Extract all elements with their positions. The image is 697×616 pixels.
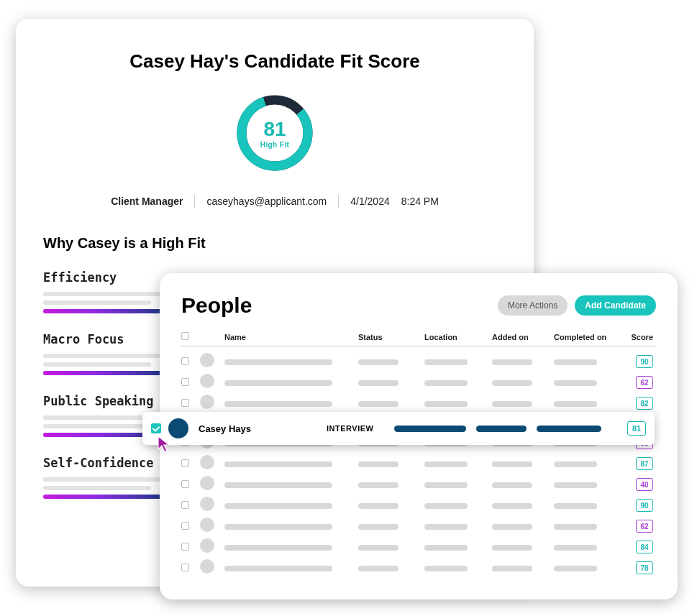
placeholder-bar — [358, 359, 398, 365]
placeholder-bar — [492, 545, 532, 551]
col-location[interactable]: Location — [424, 333, 492, 341]
placeholder-bar — [424, 401, 468, 407]
placeholder-bar — [554, 503, 597, 509]
avatar — [200, 395, 214, 409]
placeholder-bar — [394, 426, 466, 432]
placeholder-bar — [554, 359, 597, 365]
col-score[interactable]: Score — [624, 333, 653, 341]
table-row[interactable]: 84 — [181, 536, 656, 557]
placeholder-bar — [224, 524, 332, 530]
placeholder-bar — [358, 545, 398, 551]
placeholder-bar — [358, 503, 398, 509]
score-label: High Fit — [260, 141, 289, 149]
table-row[interactable]: 90 — [181, 351, 656, 372]
avatar — [200, 518, 214, 532]
row-checkbox[interactable] — [181, 357, 189, 365]
placeholder-bar — [554, 461, 597, 467]
placeholder-bar — [424, 545, 468, 551]
placeholder-bar — [43, 424, 151, 428]
placeholder-bar — [43, 300, 151, 305]
placeholder-bar — [554, 482, 597, 488]
placeholder-bar — [554, 566, 597, 571]
table-row[interactable]: 87 — [181, 453, 656, 474]
table-row[interactable]: 90 — [181, 495, 656, 515]
placeholder-bar — [492, 482, 532, 488]
placeholder-bar — [358, 401, 398, 407]
table-row[interactable]: 78 — [181, 557, 656, 578]
score-badge: 62 — [636, 520, 653, 533]
placeholder-bar — [554, 380, 597, 386]
more-actions-button[interactable]: More Actions — [498, 295, 568, 316]
col-added[interactable]: Added on — [492, 333, 554, 341]
avatar — [200, 538, 214, 553]
trait-progress-bar — [43, 371, 165, 375]
placeholder-bar — [358, 566, 398, 571]
placeholder-bar — [358, 380, 398, 386]
report-time: 8:24 PM — [401, 196, 439, 207]
row-checkbox[interactable] — [181, 399, 189, 407]
col-completed[interactable]: Completed on — [554, 333, 624, 341]
row-checkbox[interactable] — [181, 543, 189, 551]
score-badge: 78 — [636, 561, 653, 574]
placeholder-bar — [358, 482, 398, 488]
col-name[interactable]: Name — [222, 333, 358, 341]
placeholder-bar — [43, 354, 165, 358]
row-checkbox[interactable] — [181, 459, 189, 467]
avatar — [200, 497, 214, 511]
divider — [194, 195, 195, 208]
placeholder-bar — [224, 566, 332, 571]
placeholder-bar — [424, 482, 468, 488]
avatar — [200, 353, 214, 367]
why-heading: Why Casey is a High Fit — [43, 235, 506, 252]
selected-score: 81 — [627, 421, 646, 436]
table-row[interactable]: 82 — [181, 392, 656, 413]
trait-progress-bar — [43, 495, 165, 499]
candidate-meta: Client Manager caseyhays@applicant.com 4… — [43, 195, 506, 208]
table-row[interactable]: 62 — [181, 515, 656, 536]
score-badge: 90 — [636, 499, 653, 512]
select-all-checkbox[interactable] — [181, 332, 189, 340]
row-checkbox[interactable] — [181, 501, 189, 509]
placeholder-bar — [492, 380, 532, 386]
placeholder-bar — [43, 362, 151, 367]
placeholder-bar — [537, 426, 601, 432]
score-badge: 90 — [636, 355, 653, 368]
selected-status: INTERVIEW — [327, 424, 394, 433]
placeholder-bar — [492, 503, 532, 509]
placeholder-bar — [358, 524, 398, 530]
report-date: 4/1/2024 — [350, 196, 390, 207]
score-badge: 84 — [636, 541, 653, 553]
placeholder-bar — [43, 292, 165, 296]
candidate-role: Client Manager — [111, 196, 183, 207]
placeholder-bar — [43, 486, 151, 490]
placeholder-bar — [224, 545, 332, 551]
placeholder-bar — [554, 545, 597, 551]
placeholder-bar — [224, 482, 332, 488]
table-row[interactable]: 40 — [181, 474, 656, 495]
col-status[interactable]: Status — [358, 333, 424, 341]
placeholder-bar — [492, 401, 532, 407]
placeholder-bar — [424, 566, 468, 571]
add-candidate-button[interactable]: Add Candidate — [575, 295, 656, 316]
page-title: Casey Hay's Candidate Fit Score — [43, 50, 506, 73]
placeholder-bar — [224, 359, 332, 365]
placeholder-bar — [424, 461, 468, 467]
placeholder-bar — [358, 461, 398, 467]
row-checkbox[interactable] — [181, 522, 189, 530]
row-checkbox[interactable] — [181, 378, 189, 386]
row-checkbox[interactable] — [181, 564, 189, 571]
row-checkbox-checked[interactable] — [151, 423, 161, 433]
score-gauge: 81 High Fit — [43, 93, 506, 173]
candidate-email: caseyhays@applicant.com — [206, 196, 327, 207]
avatar — [200, 374, 214, 388]
row-checkbox[interactable] — [181, 480, 189, 488]
placeholder-bar — [224, 380, 332, 386]
placeholder-bar — [492, 359, 532, 365]
people-title: People — [181, 293, 252, 318]
placeholder-bar — [554, 401, 597, 407]
selected-row[interactable]: Casey Hays INTERVIEW 81 — [142, 412, 655, 445]
table-row[interactable]: 62 — [181, 372, 656, 392]
placeholder-bar — [492, 524, 532, 530]
table-header: Name Status Location Added on Completed … — [181, 332, 656, 346]
placeholder-bar — [492, 566, 532, 571]
